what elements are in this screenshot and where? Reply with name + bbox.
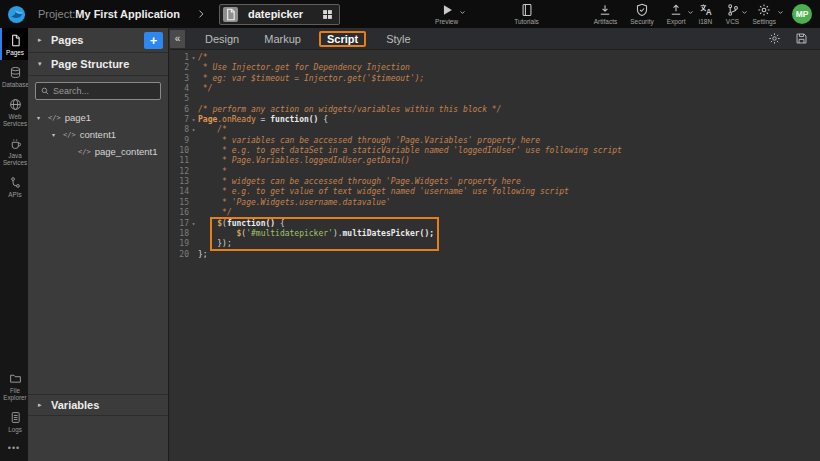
- topbar-artifacts-button[interactable]: Artifacts: [594, 3, 617, 25]
- topbar-export-button[interactable]: Export: [667, 3, 686, 25]
- add-page-button[interactable]: +: [144, 32, 163, 49]
- search-icon: [40, 86, 50, 96]
- code-line[interactable]: 4 */: [170, 84, 820, 94]
- left-icon-rail: PagesDatabasesWeb ServicesJava ServicesA…: [0, 28, 28, 461]
- sidebar-item-java-services[interactable]: Java Services: [0, 131, 28, 170]
- tab-design[interactable]: Design: [200, 31, 244, 47]
- pages-panel-header[interactable]: ▸ Pages +: [28, 28, 168, 53]
- code-line[interactable]: 3 * eg: var $timeout = Injector.get('$ti…: [170, 74, 820, 84]
- code-line[interactable]: 15 * 'Page.Widgets.username.datavalue': [170, 198, 820, 208]
- gutter-spacer: [189, 146, 198, 156]
- fold-arrow-icon[interactable]: ▾: [189, 53, 198, 63]
- line-number: 18: [170, 229, 189, 239]
- code-line[interactable]: 7▾Page.onReady = function() {: [170, 115, 820, 125]
- sidebar-item-logs[interactable]: Logs: [0, 405, 28, 437]
- line-number: 5: [170, 94, 189, 104]
- coffee-icon: [9, 137, 22, 150]
- chevron-right-icon: [196, 8, 206, 20]
- code-editor[interactable]: 1▾/*2 * Use Injector.get for Dependency …: [170, 50, 820, 461]
- file-explorer-label: File Explorer: [2, 387, 28, 401]
- tutorials-label: Tutorials: [514, 18, 539, 25]
- variables-section-header[interactable]: ▸ Variables: [28, 394, 168, 416]
- caret-down-icon[interactable]: [777, 9, 784, 16]
- code-line[interactable]: 16 */: [170, 208, 820, 218]
- expand-arrow-icon[interactable]: ▾: [38, 60, 51, 68]
- code-line[interactable]: 1▾/*: [170, 53, 820, 63]
- code-line[interactable]: 19 });: [170, 239, 820, 249]
- grid-icon[interactable]: [321, 8, 334, 21]
- line-number: 17: [170, 219, 189, 229]
- code-line[interactable]: 18 $('#multidatepicker').multiDatesPicke…: [170, 229, 820, 239]
- tab-markup[interactable]: Markup: [259, 31, 306, 47]
- tree-item-content1[interactable]: ▾</>content1: [28, 126, 168, 143]
- gutter-spacer: [189, 229, 198, 239]
- expand-arrow-icon[interactable]: ▾: [37, 114, 48, 121]
- tab-style[interactable]: Style: [381, 31, 415, 47]
- code-line[interactable]: 10 * e.g. to get dataSet in a staticVari…: [170, 146, 820, 156]
- search-input[interactable]: [53, 86, 156, 96]
- line-number: 12: [170, 167, 189, 177]
- code-line[interactable]: 20};: [170, 250, 820, 260]
- tree-item-page_content1[interactable]: </>page_content1: [28, 143, 168, 160]
- collapse-panel-button[interactable]: «: [170, 30, 185, 48]
- collapse-arrow-icon[interactable]: ▸: [38, 36, 51, 44]
- line-number: 10: [170, 146, 189, 156]
- expand-arrow-icon[interactable]: ▾: [52, 131, 63, 138]
- file-icon: [223, 7, 238, 22]
- code-line[interactable]: 6/* perform any action on widgets/variab…: [170, 105, 820, 115]
- project-breadcrumb: Project:My First Application: [38, 8, 180, 20]
- preview-button[interactable]: Preview: [435, 3, 458, 25]
- sidebar-item-apis[interactable]: APIs: [0, 170, 28, 202]
- pages-label: Pages: [2, 49, 28, 56]
- export-label: Export: [667, 18, 686, 25]
- i18n-label: i18N: [699, 18, 712, 25]
- gutter-spacer: [189, 208, 198, 218]
- sidebar-item-web-services[interactable]: Web Services: [0, 92, 28, 131]
- topbar-vcs-button[interactable]: VCS: [726, 3, 740, 25]
- artifacts-label: Artifacts: [594, 18, 617, 25]
- tutorials-button[interactable]: Tutorials: [514, 3, 539, 25]
- topbar-settings-button[interactable]: Settings: [753, 3, 777, 25]
- branch-icon: [726, 3, 740, 17]
- logs-icon: [9, 411, 22, 424]
- gutter-spacer: [189, 84, 198, 94]
- fold-arrow-icon[interactable]: ▾: [189, 125, 198, 135]
- topbar-i18n-button[interactable]: Ai18N: [699, 3, 713, 25]
- editor-settings-gear-icon[interactable]: [768, 32, 781, 45]
- save-icon[interactable]: [795, 32, 808, 45]
- code-text: * e.g. to get dataSet in a staticVariabl…: [198, 146, 622, 156]
- sidebar-item-file-explorer[interactable]: File Explorer: [0, 366, 28, 405]
- fold-arrow-icon[interactable]: ▾: [189, 219, 198, 229]
- topbar-security-button[interactable]: Security: [630, 3, 653, 25]
- code-line[interactable]: 11 * Page.Variables.loggedInUser.getData…: [170, 156, 820, 166]
- user-avatar[interactable]: MP: [792, 4, 812, 24]
- code-line[interactable]: 9 * variables can be accessed through 'P…: [170, 136, 820, 146]
- fold-arrow-icon[interactable]: ▾: [189, 115, 198, 125]
- caret-down-icon[interactable]: [687, 9, 694, 16]
- code-text: $('#multidatepicker').multiDatesPicker()…: [198, 229, 434, 239]
- gutter-spacer: [189, 74, 198, 84]
- sidebar-more-button[interactable]: •••: [0, 437, 28, 461]
- search-box[interactable]: [35, 82, 161, 100]
- code-line[interactable]: 2 * Use Injector.get for Dependency Inje…: [170, 63, 820, 73]
- code-line[interactable]: 17▾ $(function() {: [170, 219, 820, 229]
- code-line[interactable]: 8▾ /*: [170, 125, 820, 135]
- code-text: * variables can be accessed through 'Pag…: [198, 136, 540, 146]
- sidebar-item-databases[interactable]: Databases: [0, 60, 28, 92]
- collapse-arrow-icon[interactable]: ▸: [38, 401, 51, 409]
- code-line[interactable]: 12 *: [170, 167, 820, 177]
- caret-down-icon[interactable]: [459, 9, 466, 16]
- page-structure-header[interactable]: ▾ Page Structure: [28, 53, 168, 76]
- tab-script[interactable]: Script: [319, 31, 366, 47]
- tree-item-page1[interactable]: ▾</>page1: [28, 109, 168, 126]
- svg-text:A: A: [705, 7, 711, 17]
- editor-area: « DesignMarkupScriptStyle 1▾/*2 * Use In…: [170, 28, 820, 461]
- code-line[interactable]: 5: [170, 94, 820, 104]
- code-text: */: [198, 208, 232, 218]
- caret-down-icon[interactable]: [741, 9, 748, 16]
- gutter-spacer: [189, 94, 198, 104]
- sidebar-item-pages[interactable]: Pages: [0, 28, 28, 60]
- code-line[interactable]: 14 * e.g. to get value of text widget na…: [170, 187, 820, 197]
- open-page-tab[interactable]: datepicker: [219, 4, 340, 25]
- code-line[interactable]: 13 * widgets can be accessed through 'Pa…: [170, 177, 820, 187]
